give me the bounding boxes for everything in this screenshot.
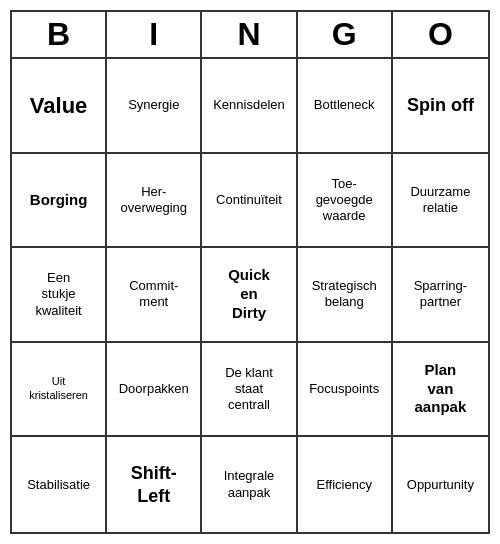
bingo-cell: Sparring-partner (393, 248, 488, 343)
bingo-cell: Spin off (393, 59, 488, 154)
bingo-header: BINGO (10, 10, 490, 57)
bingo-cell: Synergie (107, 59, 202, 154)
bingo-cell: Integraleaanpak (202, 437, 297, 532)
header-letter: G (298, 12, 393, 57)
bingo-cell: Continuïteit (202, 154, 297, 249)
bingo-cell: Her-overweging (107, 154, 202, 249)
bingo-cell: Oppurtunity (393, 437, 488, 532)
bingo-cell: Commit-ment (107, 248, 202, 343)
bingo-cell: Uitkristaliseren (12, 343, 107, 438)
bingo-cell: Efficiency (298, 437, 393, 532)
bingo-grid: ValueSynergieKennisdelenBottleneckSpin o… (10, 57, 490, 534)
bingo-cell: Shift-Left (107, 437, 202, 532)
header-letter: B (12, 12, 107, 57)
bingo-cell: Toe-gevoegdewaarde (298, 154, 393, 249)
bingo-cell: Eenstukjekwaliteit (12, 248, 107, 343)
bingo-cell: Stabilisatie (12, 437, 107, 532)
header-letter: N (202, 12, 297, 57)
bingo-card: BINGO ValueSynergieKennisdelenBottleneck… (10, 10, 490, 534)
bingo-cell: Kennisdelen (202, 59, 297, 154)
bingo-cell: Strategischbelang (298, 248, 393, 343)
header-letter: I (107, 12, 202, 57)
bingo-cell: Bottleneck (298, 59, 393, 154)
bingo-cell: QuickenDirty (202, 248, 297, 343)
bingo-cell: De klantstaatcentrall (202, 343, 297, 438)
bingo-cell: Value (12, 59, 107, 154)
bingo-cell: Planvanaanpak (393, 343, 488, 438)
bingo-cell: Focuspoints (298, 343, 393, 438)
bingo-cell: Doorpakken (107, 343, 202, 438)
bingo-cell: Duurzamerelatie (393, 154, 488, 249)
header-letter: O (393, 12, 488, 57)
bingo-cell: Borging (12, 154, 107, 249)
